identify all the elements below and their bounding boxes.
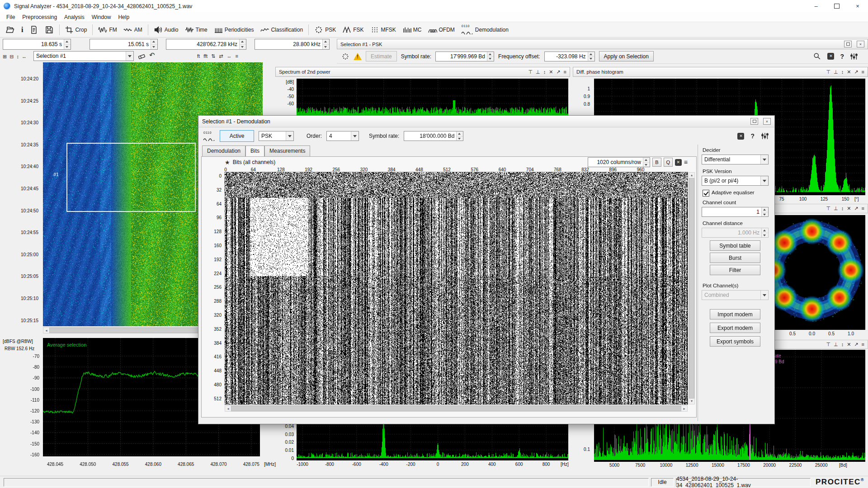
bits-vscrollbar[interactable]: ▴ ▾: [689, 172, 695, 404]
center-frequency-input[interactable]: 428'062.728 kHz: [166, 39, 246, 50]
scale-y-icon[interactable]: ⇅: [211, 54, 215, 59]
demodulation-button[interactable]: 0110Demodulation: [458, 23, 512, 36]
dialog-symbol-rate-input[interactable]: 18'000.000 Bd: [404, 131, 463, 141]
center-frequency-spinner[interactable]: [239, 39, 246, 49]
filter-button[interactable]: Filter: [710, 265, 760, 275]
fit-x-axis-icon[interactable]: ⊤: [826, 342, 830, 347]
crop-button[interactable]: Crop: [62, 24, 90, 36]
report-button[interactable]: [26, 23, 42, 36]
zoom-selection-icon[interactable]: ⊞: [3, 54, 7, 59]
scroll-thumb[interactable]: [689, 178, 694, 399]
panel-menu-icon[interactable]: ≡: [236, 54, 238, 59]
start-time-spinner[interactable]: [64, 39, 71, 49]
plot-menu-icon[interactable]: ≡: [862, 206, 864, 211]
columns-per-row-input[interactable]: 1020 columns/row: [588, 157, 650, 167]
menu-preprocessing[interactable]: Preprocessing: [19, 13, 61, 21]
symbol-rate-input[interactable]: 17'999.969 Bd: [435, 52, 494, 61]
active-toggle-button[interactable]: Active: [220, 130, 254, 142]
fullscreen-icon[interactable]: ↗: [854, 206, 858, 211]
estimate-button[interactable]: Estimate: [366, 51, 397, 61]
demodulation-dialog[interactable]: Selection #1 - Demodulation × 0110 Activ…: [198, 115, 775, 424]
symbol-rate-spinner[interactable]: [487, 52, 494, 61]
order-combobox-arrow[interactable]: [351, 131, 359, 141]
close-panel-button[interactable]: ×: [857, 41, 864, 47]
fit-fft-icon[interactable]: fft: [203, 54, 208, 59]
fit-time-icon[interactable]: ft: [197, 54, 200, 59]
fit-y-axis-icon[interactable]: ⊥: [536, 70, 540, 75]
symbol-table-button[interactable]: Symbol table: [710, 240, 760, 251]
bits-q-button[interactable]: Q: [664, 158, 673, 167]
start-time-input[interactable]: 18.635 s: [3, 39, 71, 50]
dialog-help-icon[interactable]: ?: [750, 132, 755, 140]
undo-button[interactable]: ↶: [149, 51, 155, 59]
dialog-symbol-rate-spinner[interactable]: [456, 131, 463, 141]
decider-combobox-arrow[interactable]: [760, 155, 768, 164]
frequency-offset-input[interactable]: -323.098 Hz: [544, 52, 595, 61]
menu-window[interactable]: Window: [88, 13, 115, 21]
tab-measurements[interactable]: Measurements: [264, 145, 310, 156]
audio-button[interactable]: Audio: [151, 23, 182, 36]
mfsk-button[interactable]: MFSK: [367, 23, 399, 36]
apply-on-selection-button[interactable]: Apply on Selection: [599, 51, 654, 61]
magnifier-lock-icon[interactable]: [813, 52, 821, 61]
time-button[interactable]: Time: [182, 23, 211, 36]
adaptive-equaliser-checkbox[interactable]: [703, 190, 709, 197]
fit-x-axis-icon[interactable]: ⊤: [826, 70, 830, 75]
dialog-titlebar[interactable]: Selection #1 - Demodulation ×: [198, 116, 774, 127]
maximize-button[interactable]: [826, 0, 847, 12]
scroll-up-icon[interactable]: ▴: [691, 173, 693, 178]
autoscale-icon[interactable]: ↕: [841, 206, 844, 211]
fit-vertical-icon[interactable]: ↕: [16, 54, 19, 59]
dialog-clear-icon[interactable]: ✕: [737, 133, 744, 140]
bits-hscrollbar[interactable]: ◂ ▸: [225, 405, 688, 412]
columns-per-row-spinner[interactable]: [643, 158, 650, 167]
mc-button[interactable]: MC: [399, 23, 425, 36]
burst-button[interactable]: Burst: [710, 253, 760, 263]
psk-version-combobox[interactable]: B (pi/2 or pi/4): [702, 176, 769, 186]
fullscreen-icon[interactable]: ↗: [854, 342, 858, 347]
psk-button[interactable]: PSK: [311, 23, 339, 36]
scroll-right-icon[interactable]: ▸: [681, 407, 687, 411]
clear-plot-icon[interactable]: ✕: [847, 206, 851, 211]
bandwidth-spinner[interactable]: [322, 39, 329, 49]
fullscreen-icon[interactable]: ↗: [556, 70, 560, 75]
duration-spinner[interactable]: [151, 39, 157, 49]
dialog-maximize-button[interactable]: [750, 118, 758, 125]
clear-icon[interactable]: ✕: [827, 53, 834, 60]
import-modem-button[interactable]: Import modem: [710, 309, 760, 319]
fit-y-axis-icon[interactable]: ⊥: [834, 206, 838, 211]
psk-version-combobox-arrow[interactable]: [760, 176, 768, 185]
export-symbols-button[interactable]: Export symbols: [710, 336, 760, 347]
plot-channels-combobox[interactable]: Combined: [702, 290, 769, 300]
order-combobox[interactable]: 4: [326, 131, 359, 141]
channel-count-input[interactable]: 1: [702, 207, 769, 217]
classification-button[interactable]: Classification: [257, 23, 306, 36]
info-button[interactable]: i: [18, 24, 26, 36]
fsk-button[interactable]: FSK: [339, 23, 367, 36]
clear-plot-icon[interactable]: ✕: [549, 70, 553, 75]
open-button[interactable]: [3, 23, 18, 36]
pan-icon[interactable]: ↔: [227, 54, 232, 59]
bits-menu-icon[interactable]: ≡: [684, 159, 688, 165]
close-button[interactable]: ×: [847, 0, 868, 12]
scale-x-icon[interactable]: ⇄: [219, 54, 223, 59]
menu-file[interactable]: File: [3, 13, 19, 21]
fit-y-axis-icon[interactable]: ⊥: [834, 70, 838, 75]
frequency-offset-spinner[interactable]: [588, 52, 594, 61]
fit-horizontal-icon[interactable]: ↔: [22, 54, 27, 59]
mode-combobox-arrow[interactable]: [286, 131, 293, 141]
settings-sliders-icon[interactable]: [850, 52, 858, 61]
ofdm-button[interactable]: OFDM: [425, 23, 458, 36]
plot-menu-icon[interactable]: ≡: [862, 70, 864, 75]
bits-raster-canvas[interactable]: [225, 172, 688, 404]
scroll-thumb[interactable]: [231, 406, 681, 411]
bandwidth-input[interactable]: 28.800 kHz: [255, 39, 330, 50]
autoscale-icon[interactable]: ↕: [543, 70, 546, 75]
periodicities-button[interactable]: Periodicities: [211, 23, 257, 36]
menu-analysis[interactable]: Analysis: [61, 13, 88, 21]
popout-panel-button[interactable]: [844, 41, 852, 47]
scroll-down-icon[interactable]: ▾: [691, 399, 693, 404]
fm-button[interactable]: FM: [95, 23, 120, 36]
selection-combobox-arrow[interactable]: [126, 52, 133, 61]
mode-combobox[interactable]: PSK: [259, 131, 294, 141]
